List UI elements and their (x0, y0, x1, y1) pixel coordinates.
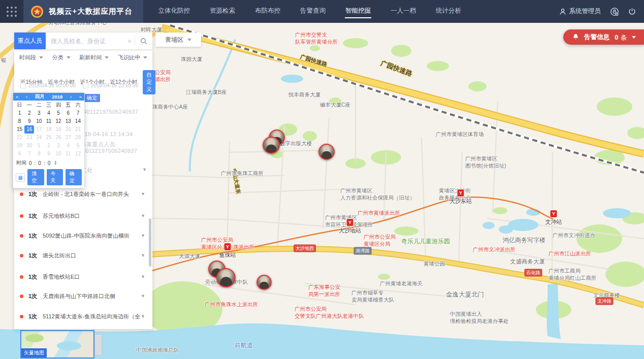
calendar-day[interactable]: 23 (24, 134, 34, 142)
filter-dropdown[interactable]: 飞识比中 (118, 54, 147, 61)
search-button[interactable] (135, 32, 152, 49)
calendar-day[interactable]: 30 (24, 142, 34, 150)
person-capture-marker[interactable] (256, 275, 272, 290)
calendar-day[interactable]: 4 (44, 109, 53, 117)
today-button[interactable]: 今天 (47, 169, 63, 185)
calendar-day[interactable]: 12 (54, 117, 63, 125)
calendar-day[interactable]: 10 (54, 150, 63, 158)
calendar-year[interactable]: 2018 (52, 94, 62, 100)
calendar-day[interactable]: 12 (73, 150, 83, 158)
calendar-day[interactable]: 2 (44, 142, 53, 150)
calendar-day[interactable]: 9 (44, 150, 53, 158)
time-spinner[interactable]: ▲▼ (54, 160, 57, 166)
alert-chevron-icon[interactable] (632, 36, 636, 39)
minimap[interactable]: 矢量地图 (20, 330, 94, 358)
prev-year-icon[interactable]: « (16, 94, 18, 100)
calendar-day[interactable]: 27 (63, 134, 73, 142)
calendar-day[interactable]: 6 (63, 109, 73, 117)
chevron-down-icon[interactable]: ▼ (141, 213, 145, 218)
second-value[interactable]: 0 (48, 160, 51, 166)
calendar-day[interactable]: 3 (54, 142, 63, 150)
calendar-day[interactable]: 24 (34, 134, 44, 142)
calendar-day[interactable]: 8 (34, 150, 44, 158)
calendar-day[interactable]: 10 (34, 117, 44, 125)
calendar-grid-icon[interactable]: ▦ (16, 173, 25, 182)
calendar-day[interactable]: 21 (73, 125, 83, 134)
nav-item[interactable]: 资源检索 (209, 5, 236, 18)
calendar-day[interactable]: 8 (15, 117, 24, 125)
map-type-badge[interactable]: 矢量地图 (21, 348, 47, 357)
user-menu[interactable]: 系统管理员 (559, 7, 601, 16)
calendar-month[interactable]: 四月 (35, 93, 45, 100)
confirm-button[interactable]: 确定 (84, 94, 100, 102)
calendar-day[interactable]: 13 (63, 117, 73, 125)
calendar-day[interactable]: 1 (34, 142, 44, 150)
calendar-day[interactable]: 19 (54, 125, 63, 134)
location-row[interactable]: 1次塘头北街出口▼ (14, 249, 152, 262)
clear-button[interactable]: 清空 (27, 169, 44, 185)
location-row[interactable]: 1次5092蟹山路-中医院东南向蟹山横街▼ (14, 230, 152, 242)
chevron-down-icon[interactable]: ▼ (141, 191, 145, 197)
chevron-down-icon[interactable]: ▼ (141, 274, 145, 279)
nav-item[interactable]: 统计分析 (435, 5, 462, 18)
chevron-down-icon[interactable]: ▼ (141, 293, 145, 299)
calendar-day[interactable]: 18 (44, 125, 53, 134)
person-capture-marker[interactable] (263, 137, 280, 154)
calendar-day[interactable]: 15 (15, 125, 24, 134)
calendar-day[interactable]: 4 (63, 142, 73, 150)
person-capture-marker[interactable] (318, 144, 335, 160)
nav-item[interactable]: 告警查询 (300, 5, 326, 18)
scrollbar-thumb[interactable] (149, 218, 151, 267)
calendar-day[interactable]: 5 (73, 142, 83, 150)
date-from-field[interactable]: 2018-04-16 00:00:00 (20, 83, 76, 88)
location-row[interactable]: 1次5112黄埔大道东-鱼珠总站向海边街（全）▼ (14, 310, 152, 322)
filter-dropdown[interactable]: 刷新时间 (79, 54, 109, 61)
security-lock-icon[interactable] (610, 7, 619, 16)
chevron-down-icon[interactable]: ▼ (141, 253, 145, 258)
chevron-down-icon[interactable]: ▼ (141, 233, 145, 238)
nav-item[interactable]: 智能挖掘 (345, 5, 371, 18)
next-year-icon[interactable]: » (79, 94, 82, 100)
location-row[interactable]: 1次香雪地铁站E口▼ (14, 271, 152, 283)
location-row[interactable]: 1次天鹿南路与山下中路路口北侧▼ (14, 290, 152, 302)
calendar-day[interactable]: 29 (15, 142, 24, 150)
person-type-button[interactable]: 重点人员 (14, 32, 46, 49)
calendar-day[interactable]: 7 (73, 109, 83, 117)
district-dropdown[interactable]: 黄埔区 (155, 32, 201, 47)
calendar-day[interactable]: 20 (63, 125, 73, 134)
location-row[interactable]: 1次苏元地铁站B口▼ (14, 210, 152, 222)
filter-dropdown[interactable]: 时间段 (19, 54, 43, 61)
search-input[interactable] (46, 32, 124, 49)
calendar-day[interactable]: 22 (15, 134, 24, 142)
app-grid-button[interactable] (0, 0, 23, 23)
calendar-day[interactable]: 1 (15, 109, 24, 117)
next-month-icon[interactable]: › (70, 94, 72, 100)
chevron-down-icon[interactable]: ▼ (141, 314, 145, 319)
calendar-day[interactable]: 11 (44, 117, 53, 125)
calendar-day[interactable]: 16 (24, 125, 34, 134)
calendar-day[interactable]: 7 (24, 150, 34, 158)
custom-range-button[interactable]: 自定义 (143, 70, 155, 94)
hour-value[interactable]: 0 (29, 160, 32, 166)
calendar-day[interactable]: 17 (34, 125, 44, 134)
filter-dropdown[interactable]: 分类 (52, 54, 71, 61)
person-capture-marker[interactable] (216, 268, 236, 287)
calendar-day[interactable]: 9 (24, 117, 34, 125)
prev-month-icon[interactable]: ‹ (26, 94, 27, 100)
calendar-day[interactable]: 28 (73, 134, 83, 142)
calendar-day[interactable]: 14 (73, 117, 83, 125)
minimap-handle[interactable] (94, 334, 102, 355)
nav-item[interactable]: 立体化防控 (157, 5, 190, 18)
calendar-day[interactable]: 2 (24, 109, 34, 117)
chevron-down-icon[interactable]: ▼ (142, 167, 147, 172)
nav-item[interactable]: 一人一档 (390, 5, 416, 18)
calendar-day[interactable]: 11 (63, 150, 73, 158)
calendar-day[interactable]: 3 (34, 109, 44, 117)
calendar-day[interactable]: 6 (15, 150, 24, 158)
calendar-day[interactable]: 25 (44, 134, 53, 142)
confirm-button[interactable]: 确定 (66, 169, 82, 185)
nav-item[interactable]: 布防布控 (254, 5, 281, 18)
power-icon[interactable] (628, 8, 636, 15)
location-row[interactable]: 1次企岭街 - 北1巷栾岭东一巷口向井头▼ (14, 188, 152, 200)
alert-banner[interactable]: 告警信息 0 条 (563, 29, 644, 45)
